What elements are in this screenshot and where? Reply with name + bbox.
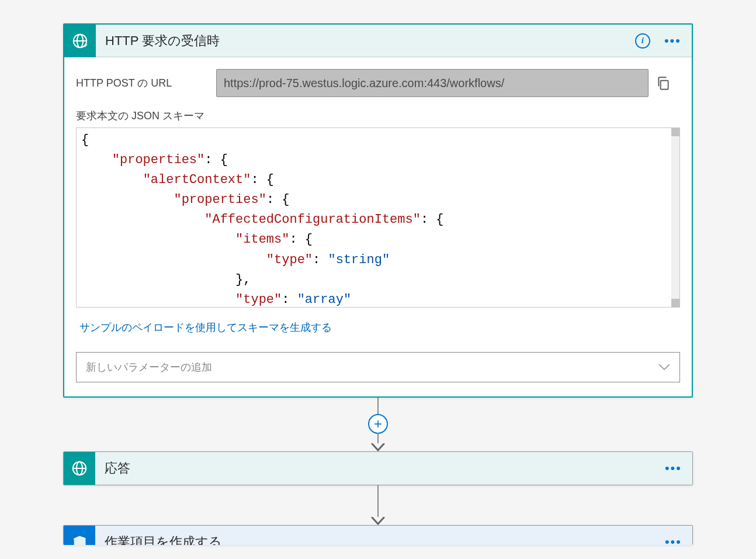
more-icon[interactable]: ••• [665,534,682,545]
copy-icon[interactable] [656,75,680,91]
arrow-down-icon [371,443,385,451]
svg-rect-3 [661,81,668,89]
chevron-down-icon [658,364,670,371]
connector: + [0,398,756,451]
card-header[interactable]: 作業項目を作成する ••• [64,526,692,545]
arrow-down-icon [371,517,385,525]
card-title: 応答 [95,460,665,477]
dropdown-placeholder: 新しいパラメーターの追加 [86,360,212,374]
card-body: HTTP POST の URL https://prod-75.westus.l… [64,57,692,396]
connector [0,485,756,525]
info-icon[interactable]: i [635,33,650,49]
more-icon[interactable]: ••• [664,33,681,49]
scrollbar-thumb[interactable] [671,299,679,307]
schema-label: 要求本文の JSON スキーマ [76,109,680,123]
add-step-button[interactable]: + [368,414,388,434]
http-request-trigger-card: HTTP 要求の受信時 i ••• HTTP POST の URL https:… [63,23,693,398]
more-icon[interactable]: ••• [665,461,682,476]
scrollbar-track [671,128,679,307]
add-parameter-dropdown[interactable]: 新しいパラメーターの追加 [76,352,680,382]
card-header[interactable]: HTTP 要求の受信時 i ••• [64,25,692,57]
generate-schema-link[interactable]: サンプルのペイロードを使用してスキーマを生成する [79,320,680,334]
http-globe-icon [64,452,95,485]
card-title: 作業項目を作成する [95,533,665,545]
url-label: HTTP POST の URL [76,76,216,90]
response-card[interactable]: 応答 ••• [63,451,693,485]
create-work-item-card[interactable]: 作業項目を作成する ••• [63,525,693,545]
json-schema-editor[interactable]: { "properties": { "alertContext": { "pro… [76,127,680,308]
devops-icon [64,526,95,545]
card-title: HTTP 要求の受信時 [96,32,635,50]
http-globe-icon [64,25,96,57]
scrollbar-thumb[interactable] [671,128,679,136]
http-post-url-field[interactable]: https://prod-75.westus.logic.azure.com:4… [216,69,649,97]
card-header[interactable]: 応答 ••• [64,452,692,485]
